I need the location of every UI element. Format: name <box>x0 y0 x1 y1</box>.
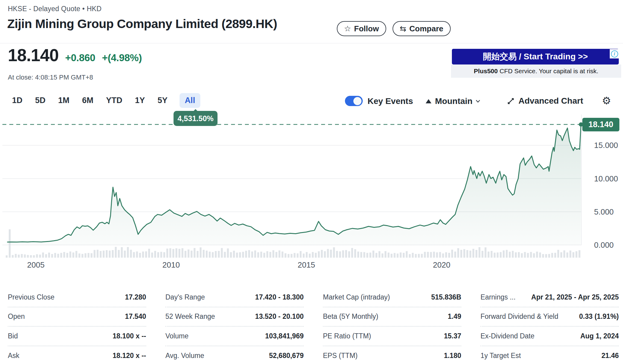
stat-value: 515.836B <box>431 293 461 301</box>
stat-label: Volume <box>165 332 189 340</box>
ad-disclaimer-brand: Plus500 <box>474 67 498 75</box>
ad-disclaimer-text: CFD Service. Your capital is at risk. <box>499 67 598 75</box>
tab-5y[interactable]: 5Y <box>158 96 167 105</box>
stat-row-market-cap: Market Cap (intraday)515.836B <box>323 288 461 307</box>
follow-label: Follow <box>354 24 379 33</box>
stat-row-pe-ratio: PE Ratio (TTM)15.37 <box>323 327 461 346</box>
compare-button[interactable]: ⇆ Compare <box>393 21 451 36</box>
price-chart[interactable]: 15.00010.0005.0000.0002005201020152020 <box>0 113 623 282</box>
compare-arrows-icon: ⇆ <box>400 24 406 33</box>
stat-value: 1.49 <box>448 312 461 321</box>
stat-label: Open <box>8 312 25 321</box>
stat-value: 52,680,679 <box>269 352 304 360</box>
stat-value: 17.540 <box>125 312 146 321</box>
stat-label: Beta (5Y Monthly) <box>323 312 378 321</box>
chart-type-label: Mountain <box>435 96 472 106</box>
exchange-line: HKSE - Delayed Quote • HKD <box>8 5 102 13</box>
tab-1m[interactable]: 1M <box>58 96 70 105</box>
stat-value: 1.180 <box>444 352 461 360</box>
stat-row-bid: Bid18.100 x -- <box>8 327 146 346</box>
header-divider <box>0 43 623 43</box>
info-icon: i <box>611 50 618 58</box>
stat-value: Apr 21, 2025 - Apr 25, 2025 <box>531 293 619 301</box>
stats-column-4: Earnings ...Apr 21, 2025 - Apr 25, 2025 … <box>481 288 619 364</box>
stat-value: Aug 1, 2024 <box>580 332 619 340</box>
stat-label: Forward Dividend & Yield <box>481 312 558 321</box>
ad-info-button[interactable]: i <box>610 49 619 58</box>
stat-value: 17.420 - 18.300 <box>255 293 304 301</box>
tab-6m[interactable]: 6M <box>82 96 94 105</box>
stat-label: Previous Close <box>8 293 55 301</box>
at-close-note: At close: 4:08:15 PM GMT+8 <box>8 74 93 81</box>
total-return-tooltip: 4,531.50% <box>174 111 218 126</box>
key-events-toggle[interactable] <box>345 96 363 106</box>
stats-column-2: Day's Range17.420 - 18.300 52 Week Range… <box>165 288 304 364</box>
price-row: 18.140 +0.860 +(4.98%) <box>8 45 142 65</box>
stat-value: 0.33 (1.91%) <box>579 312 619 321</box>
stat-label: EPS (TTM) <box>323 352 358 360</box>
stat-label: Ask <box>8 352 19 360</box>
last-price: 18.140 <box>8 45 58 65</box>
stat-row-open: Open17.540 <box>8 307 146 327</box>
svg-text:0.000: 0.000 <box>594 240 614 249</box>
gear-icon[interactable]: ⚙ <box>602 95 611 107</box>
stats-column-1: Previous Close17.280 Open17.540 Bid18.10… <box>8 288 146 364</box>
tab-1y[interactable]: 1Y <box>135 96 145 105</box>
chart-type-selector[interactable]: Mountain <box>425 96 480 106</box>
stat-value: 13.520 - 20.100 <box>255 312 304 321</box>
stat-row-previous-close: Previous Close17.280 <box>8 288 146 307</box>
stat-row-beta: Beta (5Y Monthly)1.49 <box>323 307 461 327</box>
start-trading-banner[interactable]: 開始交易 / Start Trading >> <box>452 49 619 64</box>
svg-text:2010: 2010 <box>162 260 180 269</box>
advanced-chart-button[interactable]: Advanced Chart <box>507 96 583 106</box>
stat-row-52wk-range: 52 Week Range13.520 - 20.100 <box>165 307 304 327</box>
quote-page: HKSE - Delayed Quote • HKD Zijin Mining … <box>0 0 623 364</box>
tab-5d[interactable]: 5D <box>35 96 46 105</box>
stat-value: 21.46 <box>601 352 619 360</box>
range-tabs: 1D 5D 1M 6M YTD 1Y 5Y All <box>12 96 200 105</box>
svg-text:10.000: 10.000 <box>594 174 618 183</box>
stat-value: 17.280 <box>125 293 146 301</box>
stat-label: Day's Range <box>165 293 205 301</box>
stat-row-dividend-yield: Forward Dividend & Yield0.33 (1.91%) <box>481 307 619 327</box>
stat-value: 103,841,969 <box>265 332 304 340</box>
stat-value: 15.37 <box>444 332 461 340</box>
stat-row-eps: EPS (TTM)1.180 <box>323 346 461 364</box>
stats-column-3: Market Cap (intraday)515.836B Beta (5Y M… <box>323 288 461 364</box>
toggle-knob <box>353 97 362 105</box>
price-change: +0.860 <box>65 52 95 64</box>
stat-label: PE Ratio (TTM) <box>323 332 371 340</box>
star-icon: ☆ <box>344 24 351 33</box>
stat-label: 1y Target Est <box>481 352 521 360</box>
follow-button[interactable]: ☆ Follow <box>337 21 386 36</box>
svg-text:2015: 2015 <box>298 260 315 269</box>
svg-text:2005: 2005 <box>27 260 45 269</box>
tab-1d[interactable]: 1D <box>12 96 23 105</box>
stat-row-ask: Ask18.120 x -- <box>8 346 146 364</box>
stat-row-target-est: 1y Target Est21.46 <box>481 346 619 364</box>
mountain-icon <box>425 99 432 104</box>
stat-value: 18.100 x -- <box>113 332 146 340</box>
ad-disclaimer: Plus500 CFD Service. Your capital is at … <box>451 64 621 78</box>
tab-ytd[interactable]: YTD <box>106 96 122 105</box>
last-price-badge: 18.140 <box>582 118 619 131</box>
stat-label: Earnings ... <box>481 293 515 301</box>
key-events-label: Key Events <box>368 96 413 106</box>
svg-text:15.000: 15.000 <box>594 141 618 150</box>
stat-row-days-range: Day's Range17.420 - 18.300 <box>165 288 304 307</box>
stat-label: 52 Week Range <box>165 312 215 321</box>
page-title: Zijin Mining Group Company Limited (2899… <box>7 17 277 31</box>
stat-label: Ex-Dividend Date <box>481 332 534 340</box>
stat-label: Avg. Volume <box>165 352 204 360</box>
stat-row-volume: Volume103,841,969 <box>165 327 304 346</box>
compare-label: Compare <box>409 24 443 33</box>
stat-value: 18.120 x -- <box>113 352 146 360</box>
stat-row-ex-dividend: Ex-Dividend DateAug 1, 2024 <box>481 327 619 346</box>
svg-text:2020: 2020 <box>433 260 450 269</box>
svg-text:5.000: 5.000 <box>594 207 614 216</box>
chevron-down-icon <box>476 100 480 103</box>
stat-label: Market Cap (intraday) <box>323 293 390 301</box>
stat-row-earnings-date: Earnings ...Apr 21, 2025 - Apr 25, 2025 <box>481 288 619 307</box>
stat-row-avg-volume: Avg. Volume52,680,679 <box>165 346 304 364</box>
stats-grid: Previous Close17.280 Open17.540 Bid18.10… <box>8 288 619 364</box>
